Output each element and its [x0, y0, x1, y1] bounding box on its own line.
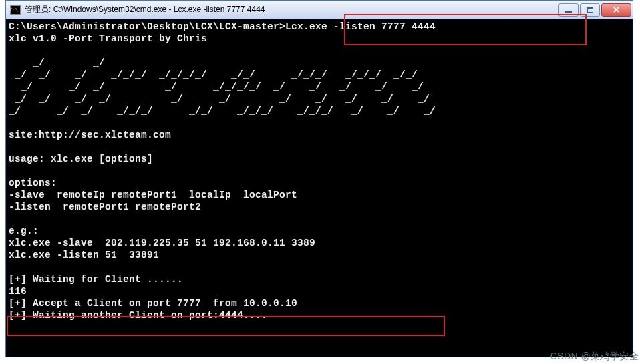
terminal-output[interactable]: C:\Users\Administrator\Desktop\LCX\LCX-m… [6, 19, 633, 357]
watermark: CSDN @菜鸡学安全 [550, 351, 639, 363]
minimize-button[interactable] [558, 3, 579, 17]
example-line: xlc.exe -listen 51 33891 [9, 250, 159, 260]
ascii-art-line: _/ _/ _/ _/ _/_/_/_/ _/ _/ _/ _/ _/ [9, 81, 430, 92]
minimize-icon [565, 11, 572, 13]
window-controls: ✕ [557, 3, 631, 17]
maximize-button[interactable] [580, 3, 600, 17]
cmd-icon: C:\. [10, 5, 21, 15]
command: Lcx.exe -listen 7777 4444 [285, 21, 436, 32]
log-waiting: [+] Waiting for Client ...... [9, 274, 183, 285]
site-line: site:http://sec.xlcteam.com [9, 130, 171, 140]
ascii-art-line: _/ _/ _/ _/_/_/ _/_/_/_/ _/_/ _/_/_/ _/_… [9, 69, 430, 80]
ascii-art-line: _/ _/ _/ _/_/_/ _/_/ _/_/_/ _/_/_/ _/ _/… [9, 106, 454, 116]
example-line: xlc.exe -slave 202.119.225.35 51 192.168… [9, 238, 315, 248]
option-listen: -listen remotePort1 remotePort2 [9, 202, 201, 212]
ascii-art-line: _/ _/ _/ _/ _/ _/ _/ _/ _/ _/ _/ [9, 94, 442, 104]
version-line: xlc v1.0 -Port Transport by Chris [9, 33, 207, 44]
usage-line: usage: xlc.exe [options] [9, 154, 153, 164]
titlebar-path: C:\Windows\System32\cmd.exe [53, 5, 166, 14]
option-slave: -slave remoteIp remotePort1 localIp loca… [9, 190, 297, 200]
options-label: options: [9, 178, 57, 188]
titlebar-text: 管理员: C:\Windows\System32\cmd.exe - Lcx.e… [25, 4, 557, 15]
cmd-window: C:\. 管理员: C:\Windows\System32\cmd.exe - … [5, 0, 633, 357]
maximize-icon [587, 7, 593, 13]
log-num: 116 [9, 286, 27, 297]
prompt: C:\Users\Administrator\Desktop\LCX\LCX-m… [9, 21, 285, 32]
close-button[interactable]: ✕ [601, 3, 631, 17]
titlebar-suffix: - Lcx.exe -listen 7777 4444 [166, 5, 265, 14]
close-icon: ✕ [613, 5, 620, 15]
log-accept: [+] Accept a Client on port 7777 from 10… [9, 298, 297, 309]
example-label: e.g.: [9, 226, 39, 236]
titlebar-prefix: 管理员: [25, 5, 53, 14]
titlebar[interactable]: C:\. 管理员: C:\Windows\System32\cmd.exe - … [6, 1, 633, 19]
ascii-art-line: _/ _/ [9, 57, 339, 68]
log-waiting2: [+] Waiting another Client on port:4444.… [9, 310, 267, 321]
